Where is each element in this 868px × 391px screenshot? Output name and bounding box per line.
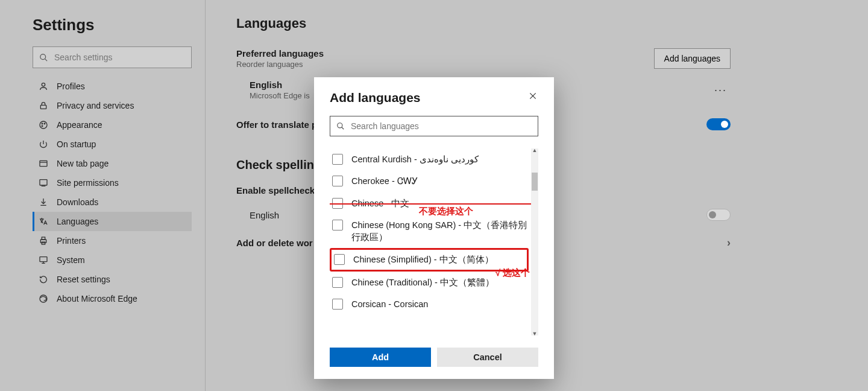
svg-rect-15 <box>42 237 45 240</box>
svg-rect-17 <box>40 257 47 262</box>
sidebar-item-label: About Microsoft Edge <box>57 294 137 304</box>
language-search[interactable] <box>330 116 538 136</box>
chevron-right-icon[interactable]: › <box>727 237 731 249</box>
add-languages-button[interactable]: Add languages <box>654 48 731 69</box>
svg-point-6 <box>44 123 45 124</box>
checkbox[interactable] <box>332 198 343 209</box>
checkbox[interactable] <box>332 176 343 186</box>
checkbox[interactable] <box>332 154 343 165</box>
svg-point-23 <box>338 123 342 128</box>
settings-search[interactable] <box>33 46 192 68</box>
edge-icon <box>37 293 49 305</box>
language-option-label: Chinese (Simplified) - 中文（简体） <box>353 253 494 265</box>
language-option[interactable]: Chinese (Hong Kong SAR) - 中文（香港特別行政區） <box>330 214 530 249</box>
printer-icon <box>37 235 49 247</box>
language-option-label: Chinese (Hong Kong SAR) - 中文（香港特別行政區） <box>351 219 530 244</box>
add-languages-dialog: Add languages Central Kurdish - کوردیی ن… <box>314 77 554 379</box>
sidebar-item-reset[interactable]: Reset settings <box>33 270 192 289</box>
spellcheck-english-label: English <box>250 210 279 220</box>
sidebar-item-about[interactable]: About Microsoft Edge <box>33 289 192 308</box>
preferred-languages-sub: Reorder languages <box>236 60 324 69</box>
language-option-label: Corsican - Corsican <box>351 298 428 310</box>
svg-rect-8 <box>40 161 47 166</box>
sidebar-item-startup[interactable]: On startup <box>33 135 192 154</box>
language-option[interactable]: Central Kurdish - کوردیی ناوەندی <box>330 148 530 170</box>
download-icon <box>37 196 49 208</box>
add-button[interactable]: Add <box>330 348 431 367</box>
svg-point-5 <box>42 123 43 124</box>
system-icon <box>37 254 49 266</box>
offer-translate-toggle[interactable] <box>706 118 731 130</box>
annotation-dont-select: 不要选择这个 <box>419 206 473 217</box>
checkbox[interactable] <box>332 220 343 230</box>
settings-sidebar: Settings Profiles Privacy and services <box>0 0 205 391</box>
svg-point-7 <box>42 126 43 127</box>
add-delete-words-label: Add or delete wor <box>236 238 313 248</box>
reset-icon <box>37 273 49 285</box>
sidebar-item-label: On startup <box>57 139 96 149</box>
sidebar-item-label: Appearance <box>57 120 102 130</box>
permissions-icon <box>37 177 49 189</box>
vertical-divider <box>205 0 206 391</box>
offer-translate-label: Offer to translate p <box>236 119 317 130</box>
settings-search-input[interactable] <box>54 52 185 62</box>
checkbox[interactable] <box>332 277 343 288</box>
scroll-up-icon[interactable]: ▲ <box>531 148 538 153</box>
sidebar-item-label: Languages <box>57 217 98 226</box>
language-search-input[interactable] <box>351 121 532 131</box>
language-option-label: Chinese (Traditional) - 中文（繁體） <box>351 276 494 288</box>
checkbox[interactable] <box>332 299 343 310</box>
svg-line-1 <box>45 59 47 61</box>
scrollbar[interactable]: ▲ ▼ <box>531 148 538 335</box>
sidebar-item-newtab[interactable]: New tab page <box>33 154 192 173</box>
search-icon <box>336 122 345 130</box>
sidebar-item-label: Downloads <box>57 197 98 207</box>
svg-rect-10 <box>40 180 47 185</box>
spellcheck-english-toggle[interactable] <box>706 209 731 221</box>
dialog-title: Add languages <box>330 91 421 105</box>
scroll-thumb[interactable] <box>532 173 538 191</box>
sidebar-item-privacy[interactable]: Privacy and services <box>33 96 192 115</box>
sidebar-item-label: System <box>57 255 85 265</box>
enable-spellcheck-label: Enable spellcheck <box>236 185 315 196</box>
language-option[interactable]: Corsican - Corsican <box>330 293 530 315</box>
language-entry-name: English <box>250 80 310 90</box>
profile-icon <box>37 80 49 92</box>
sidebar-item-system[interactable]: System <box>33 250 192 270</box>
sidebar-item-permissions[interactable]: Site permissions <box>33 173 192 192</box>
close-icon[interactable] <box>527 91 538 101</box>
sidebar-item-label: Site permissions <box>57 178 119 188</box>
power-icon <box>37 138 49 150</box>
language-option-label: Central Kurdish - کوردیی ناوەندی <box>351 153 479 165</box>
language-option-label: Cherokee - ᏣᎳᎩ <box>351 175 418 187</box>
language-entry-sub: Microsoft Edge is <box>250 91 310 100</box>
scroll-down-icon[interactable]: ▼ <box>531 331 538 335</box>
cancel-button[interactable]: Cancel <box>437 348 538 367</box>
language-icon <box>37 215 49 227</box>
sidebar-item-downloads[interactable]: Downloads <box>33 192 192 212</box>
search-icon <box>39 53 48 62</box>
sidebar-item-label: Profiles <box>57 81 85 91</box>
checkbox[interactable] <box>334 254 345 265</box>
sidebar-item-printers[interactable]: Printers <box>33 231 192 250</box>
sidebar-item-languages[interactable]: Languages <box>33 212 192 231</box>
sidebar-item-label: Privacy and services <box>57 101 134 110</box>
svg-point-2 <box>42 83 45 86</box>
page-heading: Languages <box>236 16 731 31</box>
palette-icon <box>37 119 49 131</box>
annotation-select-this: √ 选这个 <box>495 267 530 279</box>
newtab-icon <box>37 157 49 170</box>
svg-point-4 <box>40 121 47 129</box>
more-options-button[interactable]: ··· <box>711 81 731 99</box>
settings-title: Settings <box>33 16 192 34</box>
svg-rect-3 <box>40 105 46 109</box>
settings-nav: Profiles Privacy and services Appearance… <box>33 77 192 308</box>
sidebar-item-label: Printers <box>57 236 86 246</box>
svg-line-24 <box>342 127 344 130</box>
sidebar-item-profiles[interactable]: Profiles <box>33 77 192 96</box>
sidebar-item-label: Reset settings <box>57 275 110 284</box>
sidebar-item-label: New tab page <box>57 159 108 168</box>
language-option[interactable]: Cherokee - ᏣᎳᎩ <box>330 170 530 192</box>
language-list: Central Kurdish - کوردیی ناوەندی Cheroke… <box>330 148 538 315</box>
sidebar-item-appearance[interactable]: Appearance <box>33 115 192 135</box>
